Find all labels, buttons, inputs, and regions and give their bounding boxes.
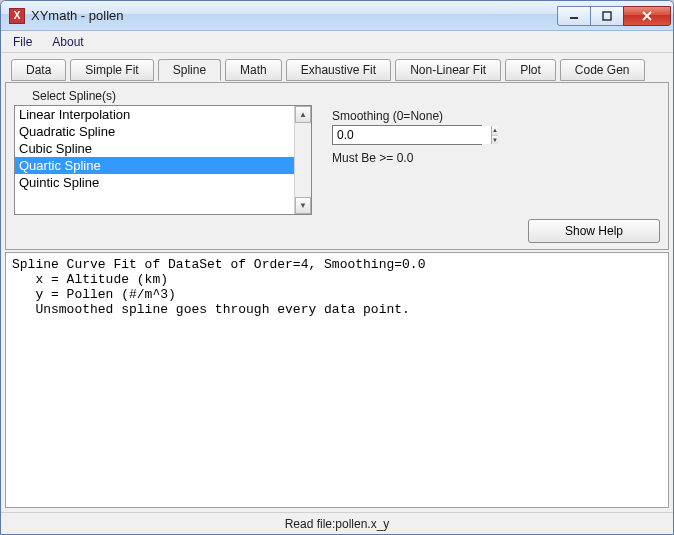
status-bar: Read file:pollen.x_y	[1, 512, 673, 534]
list-item[interactable]: Quadratic Spline	[15, 123, 294, 140]
list-item[interactable]: Quartic Spline	[15, 157, 294, 174]
svg-rect-1	[603, 12, 611, 20]
tab-bar: DataSimple FitSplineMathExhaustive FitNo…	[5, 57, 669, 81]
output-text[interactable]: Spline Curve Fit of DataSet of Order=4, …	[5, 252, 669, 508]
app-icon: X	[9, 8, 25, 24]
menu-file[interactable]: File	[3, 33, 42, 51]
select-spline-label: Select Spline(s)	[14, 87, 660, 105]
listbox-scrollbar[interactable]: ▲ ▼	[294, 106, 311, 214]
tab-simple-fit[interactable]: Simple Fit	[70, 59, 153, 81]
close-button[interactable]	[623, 6, 671, 26]
spline-tab-pane: Select Spline(s) Linear InterpolationQua…	[5, 82, 669, 250]
list-item[interactable]: Quintic Spline	[15, 174, 294, 191]
app-window: X XYmath - pollen File About DataSimple …	[0, 0, 674, 535]
list-item[interactable]: Cubic Spline	[15, 140, 294, 157]
smoothing-input[interactable]	[333, 126, 491, 144]
show-help-button[interactable]: Show Help	[528, 219, 660, 243]
tab-non-linear-fit[interactable]: Non-Linear Fit	[395, 59, 501, 81]
tab-exhaustive-fit[interactable]: Exhaustive Fit	[286, 59, 391, 81]
spin-up-button[interactable]: ▲	[492, 126, 498, 136]
status-text: Read file:pollen.x_y	[285, 517, 390, 531]
window-controls	[558, 6, 671, 26]
list-item[interactable]: Linear Interpolation	[15, 106, 294, 123]
minimize-button[interactable]	[557, 6, 591, 26]
client-area: DataSimple FitSplineMathExhaustive FitNo…	[1, 53, 673, 512]
smoothing-spinbox[interactable]: ▲ ▼	[332, 125, 482, 145]
spline-listbox[interactable]: Linear InterpolationQuadratic SplineCubi…	[14, 105, 312, 215]
smoothing-hint: Must Be >= 0.0	[332, 151, 660, 165]
titlebar[interactable]: X XYmath - pollen	[1, 1, 673, 31]
spin-down-button[interactable]: ▼	[492, 136, 498, 145]
tab-plot[interactable]: Plot	[505, 59, 556, 81]
menubar: File About	[1, 31, 673, 53]
scroll-down-button[interactable]: ▼	[295, 197, 311, 214]
tab-math[interactable]: Math	[225, 59, 282, 81]
maximize-button[interactable]	[590, 6, 624, 26]
menu-about[interactable]: About	[42, 33, 93, 51]
window-title: XYmath - pollen	[31, 8, 558, 23]
tab-code-gen[interactable]: Code Gen	[560, 59, 645, 81]
tab-data[interactable]: Data	[11, 59, 66, 81]
scroll-up-button[interactable]: ▲	[295, 106, 311, 123]
smoothing-label: Smoothing (0=None)	[332, 109, 660, 123]
tab-spline[interactable]: Spline	[158, 59, 221, 81]
